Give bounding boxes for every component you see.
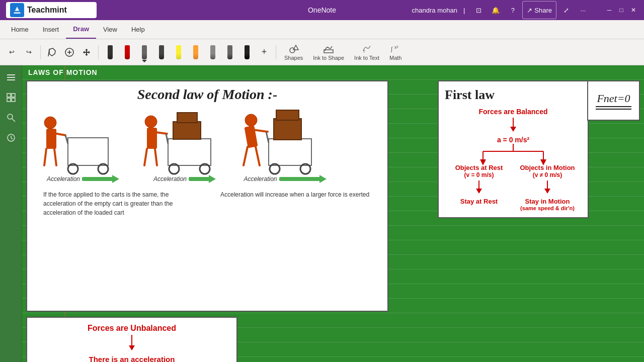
cart1-svg [35, 108, 131, 178]
svg-rect-49 [274, 119, 301, 140]
accel-arrow-2: Acceleration [153, 175, 216, 183]
undo-button[interactable]: ↩ [4, 43, 19, 61]
window-controls: ─ □ ✕ [605, 6, 638, 15]
shapes-icon [289, 44, 299, 54]
pen-orange-button[interactable] [188, 43, 203, 61]
objects-motion-label: Objects in Motion [513, 164, 582, 171]
monitor-icon[interactable]: ⊡ [471, 1, 486, 19]
pen-gray-button[interactable] [137, 43, 152, 61]
close-button[interactable]: ✕ [629, 6, 638, 15]
svg-marker-66 [544, 189, 550, 194]
svg-rect-37 [168, 139, 211, 165]
toolbar: ↩ ↪ + Shapes Ink to Shape T Ink to Text … [0, 39, 644, 65]
math-button[interactable]: ∫x² Math [385, 41, 406, 63]
tab-help[interactable]: Help [124, 20, 152, 39]
ink-to-text-button[interactable]: T Ink to Text [350, 41, 383, 63]
svg-line-27 [54, 149, 56, 165]
svg-rect-15 [7, 79, 15, 80]
fnet-underline [596, 106, 631, 107]
question-icon[interactable]: ? [505, 1, 520, 19]
cart2-svg [137, 108, 232, 178]
svg-rect-38 [173, 122, 201, 139]
pen-yellow-button[interactable] [171, 43, 186, 61]
svg-text:T: T [363, 49, 365, 54]
accel-label-3: Acceleration [244, 175, 277, 183]
sidebar-search-icon[interactable] [3, 110, 19, 126]
sep3 [276, 45, 276, 59]
first-law-flow: Forces are Balanced a = 0 m/s² [445, 108, 582, 211]
cart-scene-2: Acceleration [137, 108, 232, 183]
add-pen-button[interactable]: + [257, 43, 272, 61]
svg-rect-28 [68, 138, 108, 165]
svg-text:x²: x² [394, 45, 398, 50]
title-bar-left: Teachmint [6, 2, 97, 18]
svg-line-46 [244, 147, 248, 165]
second-arrows [445, 178, 582, 198]
stay-motion-sub-label: (same speed & dir'n) [513, 205, 582, 211]
svg-line-3 [48, 49, 49, 56]
math-icon: ∫x² [390, 44, 400, 54]
svg-marker-55 [510, 127, 516, 132]
motion-v-label: (v ≠ 0 m/s) [513, 171, 582, 178]
svg-point-20 [8, 114, 13, 119]
sep2 [98, 45, 99, 59]
fnet-underline2 [596, 109, 631, 110]
lasso-icon [48, 48, 57, 57]
more-options-icon[interactable]: ··· [576, 1, 591, 19]
first-law-box: First law Forces are Balanced a = 0 m/s² [438, 80, 589, 218]
add-page-button[interactable] [62, 43, 77, 61]
move-tool[interactable] [79, 43, 94, 61]
svg-marker-8 [293, 45, 298, 50]
stay-rest-label: Stay at Rest [445, 198, 513, 205]
objects-rest-label: Objects at Rest [445, 164, 513, 171]
second-law-illustrations: Acceleration [27, 106, 387, 185]
select-tool[interactable] [45, 43, 60, 61]
tab-view[interactable]: View [96, 20, 124, 39]
bell-icon[interactable]: 🔔 [488, 1, 503, 19]
arrow-1 [445, 118, 582, 134]
ink-to-shape-icon [324, 44, 334, 54]
canvas-area: LAWS OF MOTION Second law of Motion :- [22, 65, 644, 362]
sidebar-menu-icon[interactable] [3, 69, 19, 85]
accel-zero-label: a = 0 m/s² [445, 136, 582, 144]
svg-marker-64 [476, 189, 482, 194]
tab-insert[interactable]: Insert [36, 20, 66, 39]
pen-red-button[interactable] [120, 43, 135, 61]
pen-b2-button[interactable] [205, 43, 220, 61]
svg-rect-16 [7, 94, 11, 97]
expand-icon[interactable]: ⤢ [558, 1, 574, 19]
svg-line-36 [155, 149, 157, 165]
cart3-svg [238, 108, 332, 178]
sidebar-grid-icon[interactable] [3, 89, 19, 106]
shapes-button[interactable]: Shapes [280, 41, 307, 63]
pen-b4-button[interactable] [239, 43, 255, 61]
svg-line-35 [144, 149, 147, 165]
title-right: chandra mohan | ⊡ 🔔 ? ↗ Share ⤢ ··· ─ □ … [412, 1, 638, 19]
pen-b3-button[interactable] [222, 43, 237, 61]
second-law-title: Second law of Motion :- [27, 81, 387, 106]
second-law-descriptions: If the force applied to the carts is the… [27, 185, 387, 222]
teachmint-logo-icon [10, 3, 24, 17]
tab-draw[interactable]: Draw [66, 20, 96, 39]
pen-black-button[interactable] [103, 43, 118, 61]
second-law-text2: Acceleration will increase when a larger… [212, 187, 379, 220]
minimize-button[interactable]: ─ [605, 6, 614, 15]
main-area: LAWS OF MOTION Second law of Motion :- [0, 65, 644, 362]
redo-button[interactable]: ↪ [21, 43, 36, 61]
ink-to-shape-button[interactable]: Ink to Shape [309, 41, 348, 63]
maximize-button[interactable]: □ [617, 6, 626, 15]
fnet-text: Fnet=0 [597, 92, 630, 105]
add-icon [65, 48, 74, 57]
share-button[interactable]: ↗ Share [522, 1, 556, 19]
forces-balanced-label: Forces are Balanced [445, 108, 582, 116]
stay-motion-label: Stay in Motion [513, 198, 582, 205]
left-sidebar [0, 65, 22, 362]
title-bar: Teachmint OneNote chandra mohan | ⊡ 🔔 ? … [0, 0, 644, 20]
tab-home[interactable]: Home [4, 20, 36, 39]
svg-point-23 [44, 117, 56, 129]
svg-line-40 [166, 134, 168, 144]
pen-dark-button[interactable] [154, 43, 169, 61]
sidebar-history-icon[interactable] [3, 130, 19, 146]
user-name: chandra mohan [412, 7, 457, 14]
accel-label-2: Acceleration [153, 175, 187, 183]
